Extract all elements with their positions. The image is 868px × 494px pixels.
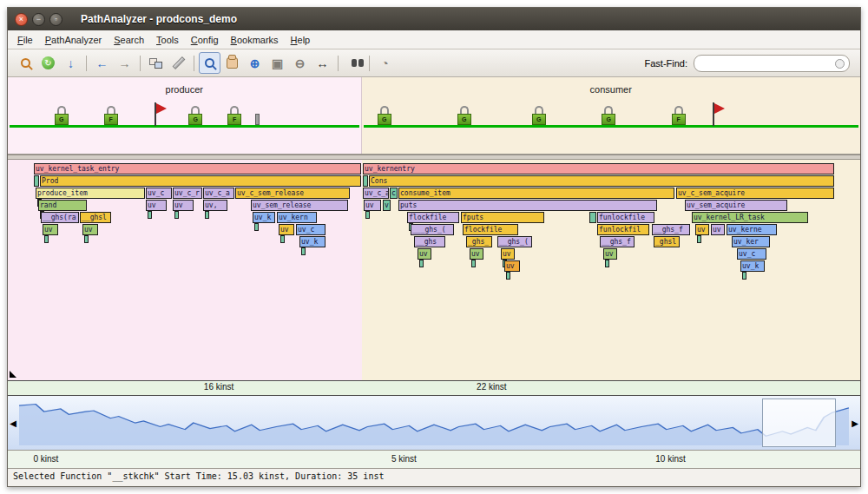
flame-box[interactable]: _ghsl [654,236,680,247]
flame-box[interactable]: __ghs [414,236,445,247]
eraser-button[interactable] [168,52,189,74]
zoom-region-button[interactable] [199,52,220,74]
measure-bar[interactable]: 16 kinst 22 kinst [8,380,860,396]
menu-help[interactable]: Help [285,33,317,47]
flame-box[interactable]: uv_c [296,224,326,235]
flame-box[interactable]: uv_kernentry [363,163,834,175]
flame-box[interactable]: uv [470,248,483,260]
flame-box[interactable]: uv [711,224,725,235]
flame-box[interactable]: uv_c_r [173,188,202,199]
flame-box[interactable]: flockfile [463,224,518,235]
zoom-fit-button[interactable]: ▣ [266,52,288,74]
flame-box[interactable]: uv_c [737,248,766,260]
flame-box[interactable]: uv [82,224,98,235]
zoom-in-button[interactable]: ⊕ [244,52,266,74]
flame-box[interactable]: uv_c_sem_release [235,188,350,199]
flame-box[interactable]: fputs [461,212,544,223]
lock-icon[interactable]: G [187,106,203,126]
flame-box[interactable]: puts [398,200,657,211]
flame-box[interactable]: rand [38,200,87,211]
flame-box[interactable]: ___ghs_( [411,224,454,235]
flame-box[interactable]: Cons [369,175,834,187]
flame-box[interactable]: produce_item [36,188,145,199]
flame-box[interactable]: flockfile [407,212,459,223]
flame-box[interactable]: uv_kernel_task_entry [34,163,361,175]
find-button[interactable] [343,52,365,74]
lock-icon[interactable]: F [671,106,687,126]
menu-tools[interactable]: Tools [150,33,185,47]
close-button[interactable]: × [15,13,28,26]
zoom-search-button[interactable] [15,52,36,74]
flame-box[interactable] [363,175,368,187]
flame-box[interactable]: funlockfil [597,224,649,235]
pan-hand-button[interactable] [221,52,243,74]
flame-box[interactable]: uv [418,248,431,260]
flame-box[interactable]: v [383,200,391,211]
flame-box[interactable]: __ghs_( [497,236,532,247]
flame-box[interactable]: uv [504,260,520,272]
flame-box[interactable] [589,212,596,223]
flame-box[interactable]: uv [501,248,515,260]
lock-icon[interactable]: F [227,106,242,126]
flame-box[interactable]: uv_kerne [727,224,777,235]
overview-viewport[interactable] [762,398,835,447]
flame-box[interactable]: uv [364,200,381,211]
flame-box[interactable]: __ghs_f [600,236,635,247]
flame-box[interactable]: funlockfile [597,212,654,223]
overview-panel[interactable]: ◀ ▶ [8,396,860,451]
flame-box[interactable]: uv_sem_acquire [685,200,787,211]
flag-icon[interactable] [153,102,167,126]
lock-icon[interactable]: G [531,106,547,126]
consumer-region[interactable]: consumer GGGGF [362,77,860,154]
flame-box[interactable]: uv_k [299,236,326,247]
titlebar[interactable]: × − ▫ PathAnalyzer - prodcons_demo [8,8,860,30]
zoom-out-button[interactable]: ⊖ [289,52,311,74]
flame-box[interactable]: uv [43,224,58,235]
flame-box[interactable]: uv [695,224,709,235]
flame-box[interactable]: consume_item [398,188,674,199]
minimize-button[interactable]: − [32,13,45,26]
lock-icon[interactable]: F [103,106,119,126]
scroll-left-button[interactable]: ◀ [8,418,18,428]
flame-box[interactable]: uv_c_a [363,188,389,199]
menu-pathanalyzer[interactable]: PathAnalyzer [39,33,108,47]
flame-box[interactable]: c [390,188,398,199]
fastfind-clear-icon[interactable] [835,59,845,69]
flame-box[interactable]: uv_ker [732,236,770,247]
flame-box[interactable]: uv_c [146,188,172,199]
flame-box[interactable]: uv_kern [277,212,317,223]
menu-bookmarks[interactable]: Bookmarks [225,33,285,47]
flame-box[interactable]: uv_c_a [203,188,234,199]
h-stretch-button[interactable]: ↔ [312,52,333,74]
maximize-button[interactable]: ▫ [49,13,62,26]
flame-box[interactable]: uv [146,200,167,211]
lock-icon[interactable]: G [457,106,472,126]
timer-button[interactable]: ◔ [374,52,396,74]
download-button[interactable]: ↓ [60,52,82,74]
flame-box[interactable]: uv_c_sem_acquire [676,188,834,199]
flame-box[interactable]: uv_k [253,212,275,223]
refresh-button[interactable]: ↻ [37,52,59,74]
back-button[interactable]: ← [91,52,113,74]
menu-file[interactable]: File [11,33,39,47]
barrier-icon[interactable] [255,114,260,125]
lock-icon[interactable]: G [377,106,392,126]
flame-box[interactable]: uv [173,200,194,211]
flame-box[interactable]: uv [279,224,294,235]
forward-button[interactable]: → [114,52,135,74]
flag-icon[interactable] [711,102,725,126]
flame-box[interactable] [34,175,39,187]
flame-box[interactable]: _ghs_ [466,236,492,247]
flame-box[interactable]: uv_sem_release [251,200,348,211]
link-button[interactable] [145,52,167,74]
lock-icon[interactable]: G [54,106,69,126]
lock-icon[interactable]: G [601,106,616,126]
flame-box[interactable]: Prod [40,175,361,187]
fastfind-input[interactable] [694,55,850,72]
flame-box[interactable]: uv [603,248,617,260]
flame-box[interactable]: __ghs_f [652,224,690,235]
scroll-right-button[interactable]: ▶ [850,418,860,428]
menu-search[interactable]: Search [108,33,150,47]
flame-box[interactable]: __ghs(ra [41,212,79,223]
flame-box[interactable]: uv, [203,200,227,211]
